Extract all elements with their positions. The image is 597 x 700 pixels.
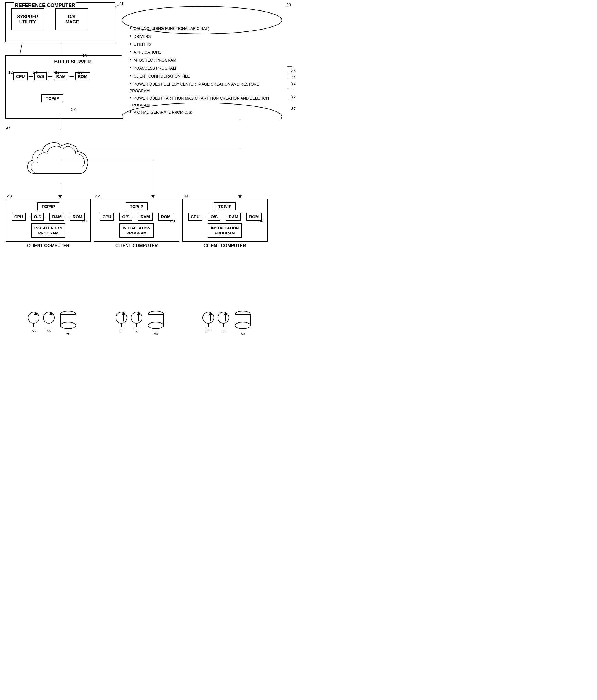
client1-install-wrapper: 30 INSTALLATIONPROGRAM xyxy=(9,223,87,238)
svg-marker-18 xyxy=(151,195,155,199)
ref-50-3: 50 xyxy=(234,332,252,336)
client-3-box: 44 TCP/IP CPU — O/S — RAM — ROM 30 INSTA… xyxy=(182,199,268,242)
monitor1a-svg xyxy=(26,312,41,328)
main-diagram: REFERENCE COMPUTER SYSPREPUTILITY O/SIMA… xyxy=(0,0,299,350)
db-item-6: •PQACCESS PROGRAM xyxy=(130,64,276,72)
disk3-svg xyxy=(234,310,252,331)
ref-14: 14 xyxy=(32,70,37,74)
client2-monitor1: 55 xyxy=(114,312,129,333)
os-label-build: O/S xyxy=(37,74,44,79)
svg-point-52 xyxy=(148,322,164,329)
sysprep-label: SYSPREPUTILITY xyxy=(17,14,38,25)
reference-computer-box: REFERENCE COMPUTER SYSPREPUTILITY O/SIMA… xyxy=(5,2,115,42)
client2-install: INSTALLATIONPROGRAM xyxy=(120,223,154,238)
svg-point-56 xyxy=(218,312,229,323)
svg-point-61 xyxy=(235,322,250,329)
db-item-2: •DRIVERS xyxy=(130,32,276,40)
tcpip-container-build: TCP/IP xyxy=(41,94,64,102)
monitor2b-svg xyxy=(129,312,144,328)
client1-tcpip: TCP/IP xyxy=(37,202,59,210)
ref-18: 18 xyxy=(78,70,83,74)
ref-42: 42 xyxy=(96,194,100,198)
ref-55-1b: 55 xyxy=(41,329,56,333)
client3-components: CPU — O/S — RAM — ROM xyxy=(186,212,264,221)
dash2: — xyxy=(48,74,52,79)
client-1-box: 40 TCP/IP CPU — O/S — RAM — ROM 30 INSTA… xyxy=(5,199,91,242)
client-computer-3: 44 TCP/IP CPU — O/S — RAM — ROM 30 INSTA… xyxy=(182,199,268,248)
cpu-box-build: CPU xyxy=(13,72,28,80)
client2-dash2: — xyxy=(133,214,137,219)
client3-install-wrapper: 30 INSTALLATIONPROGRAM xyxy=(186,223,264,238)
client3-disk: 50 xyxy=(234,310,252,336)
ref-10: 10 xyxy=(82,53,87,58)
ref-40: 40 xyxy=(7,194,12,198)
ref-30-1: 30 xyxy=(82,219,86,223)
client-2-box: 42 TCP/IP CPU — O/S — RAM — ROM 30 INSTA… xyxy=(94,199,179,242)
build-server-label: BUILD SERVER xyxy=(54,59,91,65)
client3-os: O/S xyxy=(208,212,220,221)
client2-install-wrapper: 30 INSTALLATIONPROGRAM xyxy=(98,223,175,238)
os-image-label: O/SIMAGE xyxy=(65,14,79,25)
client1-monitor1: 55 xyxy=(26,312,41,333)
client2-label: CLIENT COMPUTER xyxy=(94,243,179,248)
svg-point-35 xyxy=(28,312,39,323)
tcpip-label-build: TCP/IP xyxy=(46,96,59,101)
client1-disk: 50 xyxy=(59,310,77,336)
client2-tcpip-row: TCP/IP xyxy=(98,202,175,210)
monitor2a-svg xyxy=(114,312,129,328)
client1-dash3: — xyxy=(65,214,69,219)
db-item-4: •APPLICATIONS xyxy=(130,48,276,56)
client3-ram: RAM xyxy=(226,212,241,221)
client1-ram: RAM xyxy=(49,212,64,221)
client2-tcpip: TCP/IP xyxy=(126,202,148,210)
client3-monitor1: 55 xyxy=(201,312,216,333)
client3-install: INSTALLATIONPROGRAM xyxy=(208,223,242,238)
monitor3a-svg xyxy=(201,312,216,328)
svg-point-43 xyxy=(60,322,76,329)
client3-monitor2: 55 xyxy=(216,312,231,333)
client2-ram: RAM xyxy=(138,212,153,221)
client2-components: CPU — O/S — RAM — ROM xyxy=(98,212,175,221)
dash1: — xyxy=(29,74,33,79)
ref-30-3: 30 xyxy=(258,219,263,223)
svg-point-53 xyxy=(203,312,214,323)
svg-point-44 xyxy=(116,312,127,323)
svg-point-38 xyxy=(43,312,54,323)
client2-disk: 50 xyxy=(147,310,165,336)
cpu-label-build: CPU xyxy=(16,74,25,79)
client3-dash1: — xyxy=(203,214,207,219)
client3-tcpip: TCP/IP xyxy=(214,202,236,210)
svg-marker-19 xyxy=(238,195,242,199)
ref-52: 52 xyxy=(71,107,76,112)
client3-dash3: — xyxy=(241,214,246,219)
db-item-5: •MTBCHECK PROGRAM xyxy=(130,56,276,64)
client2-os: O/S xyxy=(120,212,132,221)
ref-55-3a: 55 xyxy=(201,329,216,333)
database-cylinder: 20 •O/S (INCLUDING FUNCTIONAL APIC HAL) … xyxy=(121,5,293,121)
ref-37: 37 xyxy=(291,106,296,111)
client2-monitor2: 55 xyxy=(129,312,144,333)
ram-label-build: RAM xyxy=(56,74,66,79)
database-content: •O/S (INCLUDING FUNCTIONAL APIC HAL) •DR… xyxy=(130,24,276,116)
client3-dash2: — xyxy=(221,214,225,219)
client1-os: O/S xyxy=(31,212,44,221)
client1-dash2: — xyxy=(44,214,49,219)
client1-dash1: — xyxy=(26,214,31,219)
client2-cpu: CPU xyxy=(100,212,114,221)
client1-tcpip-row: TCP/IP xyxy=(9,202,87,210)
reference-computer-label: REFERENCE COMPUTER xyxy=(14,2,76,8)
os-image-box: O/SIMAGE xyxy=(55,8,88,30)
tcpip-box-build: TCP/IP xyxy=(41,94,64,102)
db-item-8: •POWER QUEST DEPLOY CENTER IMAGE CREATIO… xyxy=(130,80,276,94)
ref-46: 46 xyxy=(6,125,11,130)
ref-55-2a: 55 xyxy=(114,329,129,333)
ref-36: 36 xyxy=(291,94,296,98)
ref-50-2: 50 xyxy=(147,332,165,336)
ref-20: 20 xyxy=(287,2,291,7)
client1-cpu: CPU xyxy=(11,212,26,221)
client-computer-1: 40 TCP/IP CPU — O/S — RAM — ROM 30 INSTA… xyxy=(5,199,91,248)
client1-monitor2: 55 xyxy=(41,312,56,333)
monitor1b-svg xyxy=(41,312,56,328)
db-item-3: •UTILITIES xyxy=(130,40,276,48)
client3-cpu: CPU xyxy=(188,212,202,221)
